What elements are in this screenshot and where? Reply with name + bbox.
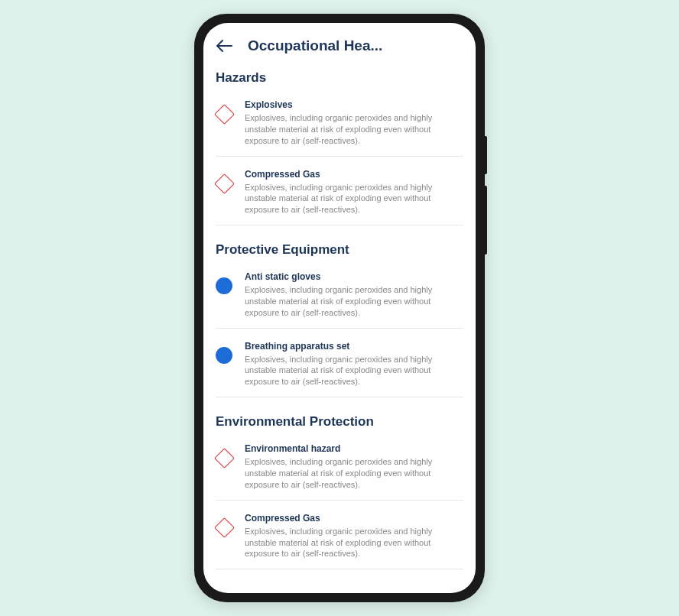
item-title: Compressed Gas xyxy=(245,513,463,524)
item-body: Compressed GasExplosives, including orga… xyxy=(245,169,463,216)
item-description: Explosives, including organic peroxides … xyxy=(245,354,463,388)
section: Protective EquipmentAnti static glovesEx… xyxy=(203,242,476,397)
list-item[interactable]: Compressed GasExplosives, including orga… xyxy=(216,166,463,226)
section-title: Hazards xyxy=(216,70,463,86)
section-title: Environmental Protection xyxy=(216,414,463,430)
arrow-left-icon xyxy=(216,40,233,52)
section-title: Protective Equipment xyxy=(216,242,463,258)
item-body: Compressed GasExplosives, including orga… xyxy=(245,513,463,560)
section: Environmental ProtectionEnvironmental ha… xyxy=(203,414,476,569)
hazard-diamond-icon xyxy=(214,173,235,194)
circle-icon xyxy=(216,347,232,364)
item-body: Anti static glovesExplosives, including … xyxy=(245,271,463,319)
item-body: ExplosivesExplosives, including organic … xyxy=(245,99,463,147)
item-description: Explosives, including organic peroxides … xyxy=(245,182,463,216)
list-item[interactable]: ExplosivesExplosives, including organic … xyxy=(216,96,463,157)
icon-slot xyxy=(216,169,234,216)
icon-slot xyxy=(216,99,234,147)
list-item[interactable]: Anti static glovesExplosives, including … xyxy=(216,268,463,329)
screen: Occupational Hea... HazardsExplosivesExp… xyxy=(203,23,476,593)
content-scroll[interactable]: HazardsExplosivesExplosives, including o… xyxy=(203,66,476,593)
section: HazardsExplosivesExplosives, including o… xyxy=(203,70,476,225)
item-body: Breathing apparatus setExplosives, inclu… xyxy=(245,341,463,388)
icon-slot xyxy=(216,443,234,491)
icon-slot xyxy=(216,513,234,560)
list-item[interactable]: Environmental hazardExplosives, includin… xyxy=(216,440,463,501)
page-title: Occupational Hea... xyxy=(248,37,382,54)
item-title: Explosives xyxy=(245,99,463,110)
back-button[interactable] xyxy=(216,37,234,55)
icon-slot xyxy=(216,271,234,319)
item-description: Explosives, including organic peroxides … xyxy=(245,284,463,319)
hazard-diamond-icon xyxy=(214,517,235,538)
icon-slot xyxy=(216,341,234,388)
hazard-diamond-icon xyxy=(214,448,235,468)
item-title: Anti static gloves xyxy=(245,271,463,282)
list-item[interactable]: Compressed GasExplosives, including orga… xyxy=(216,510,463,570)
item-description: Explosives, including organic peroxides … xyxy=(245,456,463,491)
header: Occupational Hea... xyxy=(203,23,476,66)
phone-frame: Occupational Hea... HazardsExplosivesExp… xyxy=(194,14,485,602)
item-title: Environmental hazard xyxy=(245,443,463,454)
item-title: Compressed Gas xyxy=(245,169,463,180)
item-description: Explosives, including organic peroxides … xyxy=(245,112,463,147)
list-item[interactable]: Breathing apparatus setExplosives, inclu… xyxy=(216,338,463,398)
item-body: Environmental hazardExplosives, includin… xyxy=(245,443,463,491)
circle-icon xyxy=(216,277,232,294)
hazard-diamond-icon xyxy=(214,104,235,125)
item-description: Explosives, including organic peroxides … xyxy=(245,526,463,560)
item-title: Breathing apparatus set xyxy=(245,341,463,352)
